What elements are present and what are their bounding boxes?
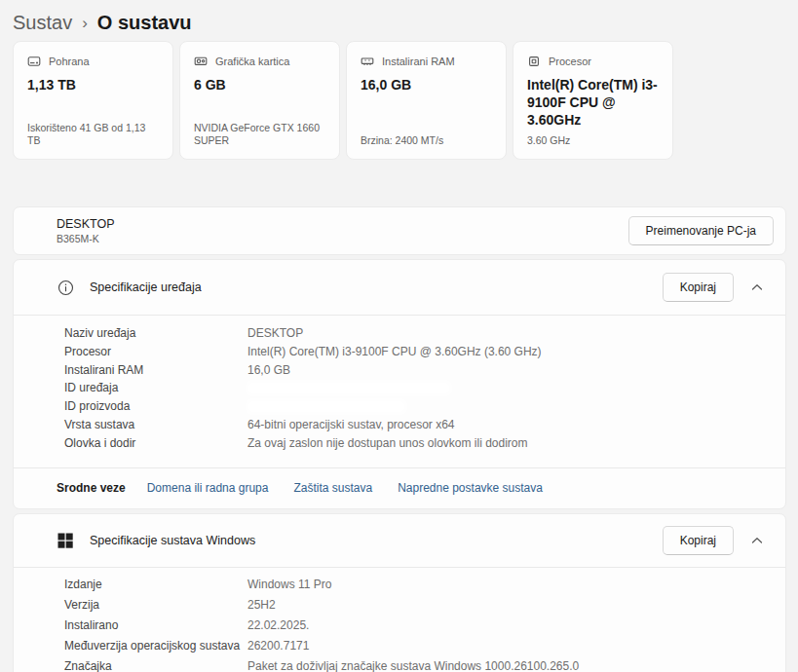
chevron-up-icon <box>751 537 763 544</box>
windows-specs-card: Specifikacije sustava Windows Kopiraj Iz… <box>13 513 786 672</box>
device-specs-header[interactable]: Specifikacije uređaja Kopiraj <box>14 260 785 315</box>
device-name-card: DESKTOP B365M-K Preimenovanje PC-ja <box>13 206 786 255</box>
about-page: Sustav › O sustavu Pohrana 1,13 TB Iskor… <box>0 0 798 672</box>
storage-card: Pohrana 1,13 TB Iskorišteno 41 GB od 1,1… <box>13 41 173 160</box>
spec-row-pen-touch: Olovka i dodir Za ovaj zaslon nije dostu… <box>64 434 785 453</box>
windows-logo-icon <box>57 532 74 549</box>
ram-card-sub: Brzina: 2400 MT/s <box>361 134 492 147</box>
gpu-card-value: 6 GB <box>194 76 325 93</box>
chevron-right-icon: › <box>82 13 88 33</box>
spec-row-ram: Instalirani RAM 16,0 GB <box>64 361 785 380</box>
windows-specs-collapse-button[interactable] <box>742 526 772 555</box>
copy-windows-specs-button[interactable]: Kopiraj <box>663 526 734 555</box>
related-links-row: Srodne veze Domena ili radna grupa Zašti… <box>14 468 785 508</box>
cpu-card-sub: 3.60 GHz <box>527 134 659 147</box>
chevron-up-icon <box>751 283 763 291</box>
cpu-icon <box>527 55 541 68</box>
info-icon <box>57 279 74 296</box>
cpu-card: Procesor Intel(R) Core(TM) i3-9100F CPU … <box>513 41 673 160</box>
spec-row-edition: Izdanje Windows 11 Pro <box>64 575 785 595</box>
summary-cards-row: Pohrana 1,13 TB Iskorišteno 41 GB od 1,1… <box>13 41 786 160</box>
ram-icon <box>361 55 374 68</box>
windows-specs-header[interactable]: Specifikacije sustava Windows Kopiraj <box>14 514 785 567</box>
copy-device-specs-button[interactable]: Kopiraj <box>663 273 734 302</box>
gpu-card: Grafička kartica 6 GB NVIDIA GeForce GTX… <box>179 41 340 160</box>
device-specs-collapse-button[interactable] <box>742 273 772 302</box>
gpu-card-label: Grafička kartica <box>215 56 289 68</box>
link-domain-workgroup[interactable]: Domena ili radna grupa <box>147 481 269 495</box>
spec-row-system-type: Vrsta sustava 64-bitni operacijski susta… <box>64 416 785 434</box>
breadcrumb: Sustav › O sustavu <box>13 9 786 36</box>
spec-row-device-id: ID uređaja <box>64 379 785 397</box>
breadcrumb-sustav[interactable]: Sustav <box>13 12 72 34</box>
spec-row-installed-on: Instalirano 22.02.2025. <box>64 616 785 636</box>
spec-row-experience: Značajka Paket za doživljaj značajke sus… <box>64 656 785 672</box>
redacted-device-id <box>247 382 450 394</box>
storage-card-label: Pohrana <box>49 56 90 68</box>
redacted-product-id <box>247 400 405 413</box>
storage-card-sub: Iskorišteno 41 GB od 1,13 TB <box>27 122 159 147</box>
cpu-card-value: Intel(R) Core(TM) i3-9100F CPU @ 3.60GHz <box>527 76 659 129</box>
storage-icon <box>27 55 41 68</box>
device-specs-rows: Naziv uređaja DESKTOP Procesor Intel(R) … <box>14 316 785 467</box>
device-name: DESKTOP <box>57 217 115 232</box>
spec-row-device-name: Naziv uređaja DESKTOP <box>64 324 785 343</box>
device-model: B365M-K <box>57 233 115 245</box>
spec-row-os-build: Međuverzija operacijskog sustava 26200.7… <box>64 636 785 656</box>
spec-row-product-id: ID proizvoda <box>64 397 785 416</box>
device-specs-title: Specifikacije uređaja <box>90 280 202 294</box>
windows-specs-title: Specifikacije sustava Windows <box>90 534 255 547</box>
page-title: O sustavu <box>97 12 192 34</box>
ram-card-value: 16,0 GB <box>361 76 492 93</box>
cpu-card-label: Procesor <box>549 56 591 68</box>
spec-row-version: Verzija 25H2 <box>64 595 785 616</box>
spec-row-processor: Procesor Intel(R) Core(TM) i3-9100F CPU … <box>64 343 785 361</box>
related-links-label: Srodne veze <box>57 481 126 495</box>
ram-card: Instalirani RAM 16,0 GB Brzina: 2400 MT/… <box>346 41 507 160</box>
device-specs-card: Specifikacije uređaja Kopiraj Naziv uređ… <box>13 259 786 509</box>
gpu-card-sub: NVIDIA GeForce GTX 1660 SUPER <box>194 122 325 147</box>
rename-pc-button[interactable]: Preimenovanje PC-ja <box>628 216 774 245</box>
ram-card-label: Instalirani RAM <box>382 56 455 68</box>
gpu-icon <box>194 55 208 68</box>
windows-specs-rows: Izdanje Windows 11 Pro Verzija 25H2 Inst… <box>14 568 785 672</box>
link-system-protection[interactable]: Zaštita sustava <box>293 481 372 495</box>
storage-card-value: 1,13 TB <box>27 76 159 93</box>
link-advanced-system-settings[interactable]: Napredne postavke sustava <box>398 481 543 495</box>
